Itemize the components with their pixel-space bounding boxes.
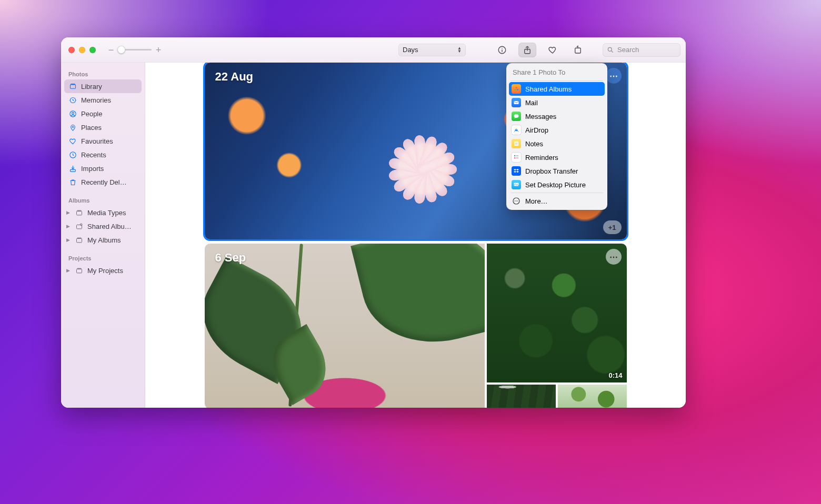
- toolbar-actions: [493, 43, 587, 57]
- album-icon: [75, 266, 83, 275]
- sidebar-item-label: Media Types: [87, 209, 126, 217]
- share-item-dropbox-transfer[interactable]: Dropbox Transfer: [506, 164, 607, 178]
- day-extra-count[interactable]: +1: [603, 220, 622, 234]
- share-item-label: Notes: [525, 140, 543, 148]
- more-icon: [512, 196, 521, 206]
- sidebar-item-my-projects[interactable]: ▶ My Projects: [64, 264, 142, 277]
- view-mode-popup[interactable]: Days ▲▼: [398, 44, 466, 56]
- favourite-button[interactable]: [544, 43, 562, 57]
- search-field[interactable]: Search: [603, 43, 680, 57]
- share-button[interactable]: [518, 43, 536, 57]
- chevron-right-icon: ▶: [65, 224, 71, 229]
- chevron-right-icon: ▶: [65, 210, 71, 215]
- sidebar-item-label: My Albums: [87, 236, 121, 244]
- dropbox-icon: [512, 166, 521, 176]
- day-side-photo-3[interactable]: [558, 385, 627, 408]
- day-more-button[interactable]: ⋯: [606, 249, 622, 265]
- sidebar-item-label: People: [81, 110, 102, 118]
- share-popover-header: Share 1 Photo To: [506, 66, 607, 79]
- svg-rect-20: [77, 238, 81, 238]
- share-item-shared-albums[interactable]: Shared Albums: [509, 82, 605, 96]
- zoom-slider-group: − +: [107, 45, 162, 55]
- sidebar-section-projects: Projects: [64, 252, 142, 264]
- rotate-button[interactable]: [569, 43, 587, 57]
- trash-icon: [68, 178, 77, 186]
- day-side-photo-2[interactable]: [487, 385, 556, 408]
- library-icon: [68, 82, 77, 90]
- sidebar-item-favourites[interactable]: Favourites: [64, 134, 142, 148]
- svg-point-32: [514, 157, 515, 158]
- day-more-button[interactable]: ⋯: [606, 68, 622, 84]
- import-icon: [68, 164, 77, 173]
- sidebar-item-label: Memories: [81, 96, 111, 104]
- svg-rect-28: [514, 142, 518, 146]
- svg-point-5: [608, 47, 612, 51]
- airdrop-icon: [512, 125, 521, 135]
- share-item-reminders[interactable]: Reminders: [506, 150, 607, 164]
- sidebar-item-recently-deleted[interactable]: Recently Del…: [64, 175, 142, 189]
- zoom-slider[interactable]: [118, 49, 152, 51]
- notes-icon: [512, 139, 521, 148]
- svg-rect-15: [76, 211, 82, 215]
- close-window-button[interactable]: [68, 47, 75, 53]
- sidebar-item-label: Recently Del…: [81, 178, 127, 186]
- svg-point-18: [80, 223, 82, 225]
- sidebar-section-photos: Photos: [64, 68, 142, 79]
- sidebar-item-recents[interactable]: Recents: [64, 148, 142, 162]
- svg-point-2: [502, 47, 503, 48]
- share-item-notes[interactable]: Notes: [506, 137, 607, 150]
- mail-icon: [512, 98, 521, 107]
- svg-rect-4: [575, 48, 581, 53]
- sidebar-item-people[interactable]: People: [64, 107, 142, 120]
- zoom-out-button[interactable]: −: [107, 45, 115, 55]
- people-icon: [68, 109, 77, 118]
- info-button[interactable]: [493, 43, 511, 57]
- fullscreen-window-button[interactable]: [89, 47, 96, 53]
- zoom-slider-thumb[interactable]: [117, 46, 125, 54]
- day-title: 22 Aug: [215, 70, 254, 84]
- sidebar-item-places[interactable]: Places: [64, 120, 142, 134]
- day-title: 6 Sep: [215, 251, 246, 265]
- svg-rect-26: [514, 101, 519, 104]
- share-item-messages[interactable]: Messages: [506, 109, 607, 123]
- minimize-window-button[interactable]: [79, 47, 85, 53]
- sidebar-item-shared-albums[interactable]: ▶ Shared Albu…: [64, 219, 142, 233]
- day-side-photo-1[interactable]: ⋯ 0:14: [487, 244, 627, 382]
- share-item-more[interactable]: More…: [506, 194, 607, 208]
- share-item-label: Dropbox Transfer: [525, 167, 578, 175]
- sidebar-item-my-albums[interactable]: ▶ My Albums: [64, 233, 142, 247]
- share-item-set-desktop[interactable]: Set Desktop Picture: [506, 178, 607, 191]
- stepper-icon: ▲▼: [457, 47, 462, 53]
- reminders-icon: [512, 153, 521, 162]
- share-popover: Share 1 Photo To Shared Albums Mail Mess…: [506, 63, 607, 210]
- photo-decoration: [348, 116, 492, 213]
- album-icon: [75, 236, 83, 244]
- clock-icon: [68, 150, 77, 159]
- zoom-in-button[interactable]: +: [155, 45, 162, 55]
- day-main-photo[interactable]: 6 Sep: [205, 244, 485, 408]
- video-duration: 0:14: [608, 371, 622, 379]
- photo-thumbnail: [558, 385, 627, 408]
- share-item-label: More…: [525, 197, 548, 205]
- sidebar-item-library[interactable]: Library: [64, 79, 142, 93]
- share-item-airdrop[interactable]: AirDrop: [506, 123, 607, 137]
- sidebar-section-albums: Albums: [64, 194, 142, 206]
- svg-point-31: [514, 155, 515, 156]
- svg-point-38: [516, 200, 517, 201]
- sidebar-item-memories[interactable]: Memories: [64, 93, 142, 107]
- album-icon: [75, 208, 83, 217]
- sidebar-item-media-types[interactable]: ▶ Media Types: [64, 206, 142, 219]
- svg-point-37: [515, 200, 516, 201]
- share-item-mail[interactable]: Mail: [506, 96, 607, 109]
- day-side-photo-row: [487, 385, 627, 408]
- photo-thumbnail: [487, 244, 627, 382]
- sidebar-item-label: Imports: [81, 165, 104, 173]
- sidebar-item-label: Places: [81, 124, 102, 132]
- photos-app-window: − + Days ▲▼ Search: [61, 37, 686, 408]
- messages-icon: [512, 112, 521, 121]
- svg-point-25: [517, 89, 518, 90]
- share-item-label: Messages: [525, 113, 556, 120]
- toolbar: − + Days ▲▼ Search: [61, 37, 686, 63]
- divider: [510, 193, 603, 193]
- sidebar-item-imports[interactable]: Imports: [64, 162, 142, 175]
